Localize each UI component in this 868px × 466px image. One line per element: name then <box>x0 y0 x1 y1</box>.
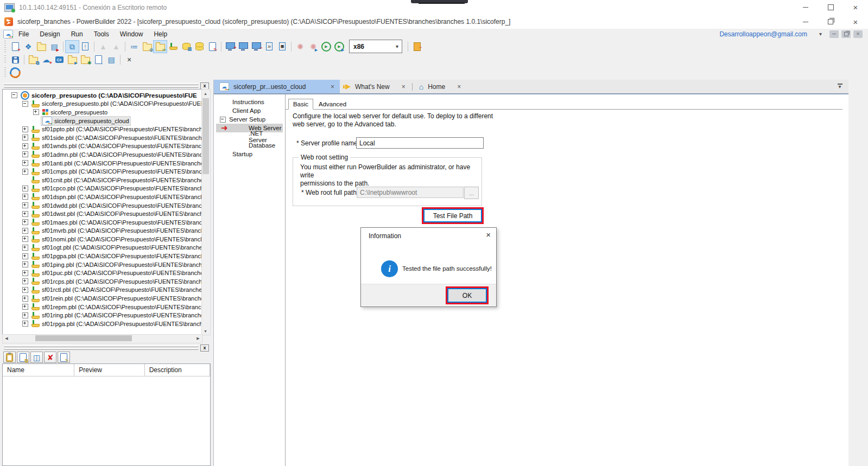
db-profile-icon[interactable]: ▦ <box>180 41 193 53</box>
new-icon[interactable]: + <box>9 41 22 53</box>
run-project-icon[interactable]: ► <box>66 54 79 66</box>
column-header-description[interactable]: Description <box>145 364 210 376</box>
app-restore-button[interactable] <box>818 15 843 29</box>
expand-toggle[interactable] <box>22 287 28 293</box>
tree-item[interactable]: sicoferp_presupuesto.pbl (C:\ADA\SICOF\P… <box>3 100 202 108</box>
tree-item[interactable]: sf01maes.pbl (C:\ADA\SICOF\Presupuesto\F… <box>3 218 202 227</box>
expand-toggle[interactable] <box>33 109 39 115</box>
tree-item[interactable]: sicoferp_presupuesto (C:\ADA\SICOF\Presu… <box>3 91 202 100</box>
rdp-maximize-button[interactable] <box>818 0 843 15</box>
document-tab-2[interactable]: What's New× <box>340 80 411 93</box>
clip-window-icon[interactable]: ✂ <box>154 41 167 53</box>
tab-close-icon[interactable]: × <box>457 83 461 91</box>
expand-toggle[interactable] <box>22 312 28 318</box>
nav-item-database[interactable]: Database <box>216 141 283 150</box>
expand-toggle[interactable] <box>22 202 28 208</box>
server-profile-input[interactable]: Local <box>356 137 484 149</box>
paste-icon[interactable] <box>3 352 16 363</box>
tree-item[interactable]: sf01ring.pbl (C:\ADA\SICOF\Presupuesto\F… <box>3 311 202 320</box>
browser-icon[interactable]: ⊙ <box>141 41 154 53</box>
tree-item[interactable]: sf01rcps.pbl (C:\ADA\SICOF\Presupuesto\F… <box>3 277 202 286</box>
tree-item[interactable]: sicoferp_presupuesto <box>3 108 202 117</box>
tree-item[interactable]: sf01admn.pbl (C:\ADA\SICOF\Presupuesto\F… <box>3 150 202 159</box>
document-tab-3[interactable]: ⌂Home× <box>414 80 467 93</box>
tree-item[interactable]: sf01wnds.pbl (C:\ADA\SICOF\Presupuesto\F… <box>3 142 202 151</box>
column-header-preview[interactable]: Preview <box>74 364 144 376</box>
run-window-icon[interactable]: ▤► <box>48 41 61 53</box>
expand-toggle[interactable] <box>220 117 226 123</box>
tree-item[interactable]: ☁sicoferp_presupuesto_cloud <box>3 117 202 125</box>
architecture-select[interactable]: x86 ▾ <box>349 40 402 53</box>
nav-item-instructions[interactable]: Instructions <box>216 98 283 106</box>
close-icon[interactable]: × <box>123 54 136 66</box>
powerserver-profile-icon[interactable] <box>9 67 22 79</box>
copy-icon[interactable]: ⧉ <box>17 352 29 363</box>
tree-item[interactable]: sf01dwdd.pbl (C:\ADA\SICOF\Presupuesto\F… <box>3 201 202 210</box>
tab-close-icon[interactable]: × <box>402 83 406 91</box>
tree-panel-grip[interactable] <box>2 82 211 89</box>
fullscreen-icon[interactable] <box>237 41 250 53</box>
app-close-button[interactable]: × <box>843 15 868 29</box>
expand-toggle[interactable] <box>22 321 28 327</box>
expand-toggle[interactable] <box>11 92 17 98</box>
child-close-button[interactable]: × <box>853 30 863 38</box>
account-link[interactable]: Desarrolloappeon@gmail.com <box>719 30 807 38</box>
expand-toggle[interactable] <box>22 296 28 302</box>
scroll-thumb[interactable] <box>35 335 132 341</box>
new-window-icon[interactable]: + <box>224 41 237 53</box>
expand-toggle[interactable] <box>22 143 28 149</box>
child-restore-button[interactable] <box>841 30 851 38</box>
debug-icon[interactable]: ✺ <box>294 41 307 53</box>
tree-item[interactable]: sf01side.pbl (C:\ADA\SICOF\Presupuesto\F… <box>3 133 202 142</box>
expand-toggle[interactable] <box>22 253 28 259</box>
clip-panel-close-button[interactable] <box>200 344 209 352</box>
scroll-up-icon[interactable]: ▲ <box>202 90 209 97</box>
expand-toggle[interactable] <box>22 278 28 284</box>
tree-item[interactable]: sf01ping.pbl (C:\ADA\SICOF\Presupuesto\F… <box>3 260 202 269</box>
expand-toggle[interactable] <box>22 270 28 276</box>
expand-toggle[interactable] <box>22 160 28 166</box>
test-file-path-button[interactable]: Test File Path <box>423 209 482 222</box>
next-pane-icon[interactable]: » <box>263 41 276 53</box>
deploy-project-icon[interactable]: ⧉ <box>27 54 40 66</box>
expand-toggle[interactable] <box>22 126 28 132</box>
expand-toggle[interactable] <box>22 219 28 225</box>
tree-item[interactable]: sf01cpco.pbl (C:\ADA\SICOF\Presupuesto\F… <box>3 184 202 193</box>
expand-toggle[interactable] <box>22 101 28 107</box>
tab-close-icon[interactable]: × <box>331 83 334 91</box>
rdp-connection-pill[interactable] <box>411 0 468 3</box>
tree-item[interactable]: sf01rein.pbl (C:\ADA\SICOF\Presupuesto\F… <box>3 294 202 303</box>
deploy-icon[interactable]: ↑ <box>79 41 92 53</box>
database-painter-icon[interactable] <box>193 41 206 53</box>
exit-icon[interactable] <box>410 41 423 53</box>
nav-item--net-server[interactable]: .NET Server <box>216 132 283 141</box>
tree-item[interactable]: sf01rpga.pbl (C:\ADA\SICOF\Presupuesto\F… <box>3 320 202 328</box>
delete-icon[interactable]: ✘ <box>44 352 56 363</box>
tree-item[interactable]: sf01pgpa.pbl (C:\ADA\SICOF\Presupuesto\F… <box>3 252 202 260</box>
open-icon[interactable] <box>35 41 48 53</box>
subtab-advanced[interactable]: Advanced <box>313 99 352 109</box>
dialog-close-button[interactable]: × <box>486 230 491 239</box>
expand-toggle[interactable] <box>22 135 28 141</box>
tree-item[interactable]: sf01puc.pbl (C:\ADA\SICOF\Presupuesto\FU… <box>3 269 202 277</box>
web-root-path-input[interactable]: C:\Inetpub\wwwroot <box>357 187 464 198</box>
tree-item[interactable]: sf01dspn.pbl (C:\ADA\SICOF\Presupuesto\F… <box>3 193 202 201</box>
stop-icon[interactable]: ■ <box>276 41 289 53</box>
inherit-icon[interactable]: ❖ <box>22 41 35 53</box>
tree-item[interactable]: sf01dwst.pbl (C:\ADA\SICOF\Presupuesto\F… <box>3 209 202 218</box>
menu-design[interactable]: Design <box>34 29 65 39</box>
clip-panel-grip[interactable] <box>2 344 211 351</box>
csharp-project-icon[interactable]: C# <box>53 54 66 66</box>
tree-item[interactable]: sf01mvrb.pbl (C:\ADA\SICOF\Presupuesto\F… <box>3 227 202 235</box>
tree-item[interactable]: sf01nomi.pbl (C:\ADA\SICOF\Presupuesto\F… <box>3 235 202 244</box>
cloud-project-icon[interactable]: ☁+ <box>40 54 53 66</box>
menu-file[interactable]: File <box>13 29 34 39</box>
expand-toggle[interactable] <box>22 151 28 157</box>
library-painter-icon[interactable]: ⧉ <box>66 41 79 53</box>
select-and-debug-icon[interactable]: ✺► <box>307 41 320 53</box>
subtab-basic[interactable]: Basic <box>288 99 313 110</box>
tree-item[interactable]: sf01anti.pbl (C:\ADA\SICOF\Presupuesto\F… <box>3 159 202 168</box>
project-properties-icon[interactable]: ▤ <box>105 54 118 66</box>
tree-item[interactable]: sf01cmps.pbl (C:\ADA\SICOF\Presupuesto\F… <box>3 167 202 176</box>
tree-horizontal-scrollbar[interactable]: ◀ ▶ <box>2 334 202 343</box>
